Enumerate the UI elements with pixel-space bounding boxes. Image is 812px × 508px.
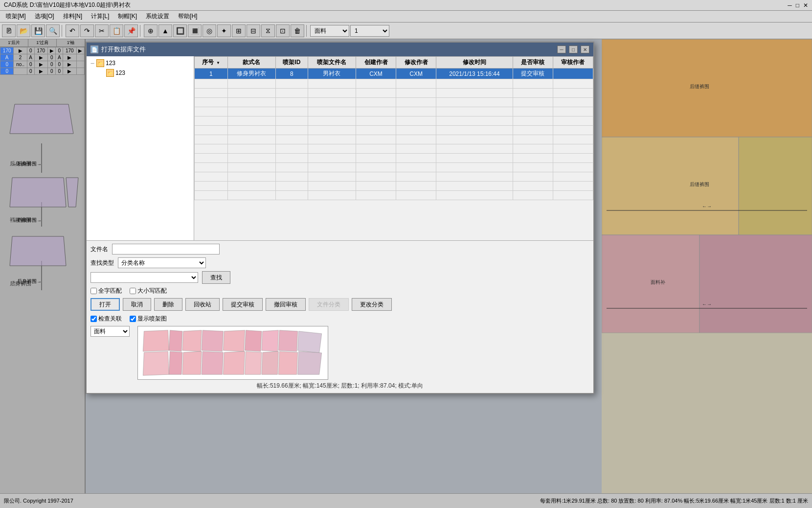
search-input-row: 查找 <box>90 271 589 284</box>
col-header-review-status[interactable]: 是否审核 <box>513 57 553 69</box>
tree-root-item[interactable]: ─ 📁 123 <box>89 58 192 68</box>
svg-marker-58 <box>298 351 322 374</box>
table-row-empty[interactable] <box>195 98 593 107</box>
col-header-creator[interactable]: 创建作者 <box>356 57 396 69</box>
table-scroll[interactable]: 序号 ▼ 款式名 喷架ID 喷架文件名 创建作者 修改作者 修改时间 是否审核 … <box>194 56 593 240</box>
open-btn[interactable]: 打开 <box>90 298 120 311</box>
full-match-text: 全字匹配 <box>98 287 122 295</box>
table-panel: 序号 ▼ 款式名 喷架ID 喷架文件名 创建作者 修改作者 修改时间 是否审核 … <box>194 56 593 240</box>
svg-marker-47 <box>262 330 278 351</box>
search-type-dropdown[interactable]: 分类名称 <box>118 257 206 268</box>
tree-expand-icon[interactable]: ─ <box>89 59 96 67</box>
case-match-checkbox[interactable] <box>130 288 136 294</box>
case-match-text: 大小写匹配 <box>137 287 167 295</box>
svg-marker-56 <box>278 351 297 374</box>
modal-overlay: 📄 打开数据库文件 ─ □ ✕ ─ 📁 123 📁 123 <box>0 0 812 508</box>
tree-root-label: 123 <box>106 60 115 67</box>
cell-seq: 1 <box>195 69 228 79</box>
table-row-empty[interactable] <box>195 182 593 191</box>
recycle-btn[interactable]: 回收站 <box>185 298 220 311</box>
buttons-row: 打开 取消 删除 回收站 提交审核 撤回审核 文件分类 更改分类 <box>90 298 589 311</box>
col-header-reviewer[interactable]: 审核作者 <box>553 57 593 69</box>
svg-marker-51 <box>182 351 202 374</box>
tree-child-item[interactable]: 📁 123 <box>98 68 192 78</box>
check-assoc-label[interactable]: 检查关联 <box>90 315 122 323</box>
check-assoc-text: 检查关联 <box>98 315 122 323</box>
show-spray-label[interactable]: 显示喷架图 <box>130 315 167 323</box>
check-row-2: 检查关联 显示喷架图 <box>90 315 589 323</box>
search-type-label: 查找类型 <box>90 259 114 267</box>
table-row-empty[interactable] <box>195 191 593 200</box>
checkbox-row: 全字匹配 大小写匹配 <box>90 287 589 295</box>
table-row[interactable]: 1 修身男衬衣 8 男衬衣 CXM CXM 2021/1/13 15:16:44… <box>195 69 593 79</box>
search-value-dropdown[interactable] <box>90 272 198 283</box>
modal-titlebar: 📄 打开数据库文件 ─ □ ✕ <box>87 43 593 56</box>
modal-close-btn[interactable]: ✕ <box>581 46 589 53</box>
svg-marker-57 <box>298 331 322 353</box>
cell-modifier: CXM <box>396 69 436 79</box>
modal-dialog: 📄 打开数据库文件 ─ □ ✕ ─ 📁 123 📁 123 <box>86 42 594 394</box>
svg-marker-45 <box>223 330 245 351</box>
search-btn[interactable]: 查找 <box>202 271 230 284</box>
svg-marker-54 <box>245 351 262 374</box>
table-row-empty[interactable] <box>195 107 593 116</box>
svg-marker-43 <box>182 330 202 351</box>
delete-btn[interactable]: 删除 <box>154 298 182 311</box>
show-spray-checkbox[interactable] <box>130 316 136 322</box>
search-row: 查找类型 分类名称 <box>90 257 589 268</box>
modal-bottom: 文件名 查找类型 分类名称 查找 全字匹配 <box>87 240 593 393</box>
col-header-spray-file[interactable]: 喷架文件名 <box>308 57 356 69</box>
svg-marker-50 <box>169 351 182 374</box>
cell-style-name: 修身男衬衣 <box>227 69 275 79</box>
full-match-label[interactable]: 全字匹配 <box>90 287 122 295</box>
fabric-type-dropdown[interactable]: 面料 <box>90 326 130 337</box>
modal-minimize-btn[interactable]: ─ <box>557 46 566 53</box>
table-row-empty[interactable] <box>195 163 593 172</box>
table-row-empty[interactable] <box>195 172 593 182</box>
submit-review-btn[interactable]: 提交审核 <box>223 298 263 311</box>
case-match-label[interactable]: 大小写匹配 <box>130 287 167 295</box>
svg-marker-52 <box>202 351 223 374</box>
tree-folder-icon: 📁 <box>96 59 104 67</box>
svg-marker-49 <box>143 351 169 375</box>
file-row: 文件名 <box>90 244 589 254</box>
cell-modify-time: 2021/1/13 15:16:44 <box>436 69 513 79</box>
info-text: 幅长:519.66厘米; 幅宽:145厘米; 层数:1; 利用率:87.04; … <box>90 382 589 390</box>
svg-marker-55 <box>262 351 278 374</box>
col-header-style[interactable]: 款式名 <box>227 57 275 69</box>
table-row-empty[interactable] <box>195 154 593 163</box>
full-match-checkbox[interactable] <box>90 288 97 294</box>
svg-marker-48 <box>278 330 297 351</box>
tree-child-expand <box>98 69 106 77</box>
cell-spray-file: 男衬衣 <box>308 69 356 79</box>
cell-creator: CXM <box>356 69 396 79</box>
table-row-empty[interactable] <box>195 144 593 154</box>
modal-icon: 📄 <box>90 46 98 53</box>
show-spray-text: 显示喷架图 <box>137 315 167 323</box>
table-row-empty[interactable] <box>195 135 593 144</box>
withdraw-review-btn[interactable]: 撤回审核 <box>266 298 306 311</box>
table-row-empty[interactable] <box>195 89 593 98</box>
sort-arrow-seq: ▼ <box>216 61 220 65</box>
cell-review-status: 提交审核 <box>513 69 553 79</box>
table-row-empty[interactable] <box>195 79 593 89</box>
preview-row: 面料 <box>90 326 589 380</box>
modal-maximize-btn[interactable]: □ <box>569 46 578 53</box>
svg-marker-46 <box>245 330 262 351</box>
col-header-spray-id[interactable]: 喷架ID <box>275 57 308 69</box>
svg-marker-42 <box>169 330 182 351</box>
col-header-modifier[interactable]: 修改作者 <box>396 57 436 69</box>
svg-marker-44 <box>202 330 223 351</box>
table-row-empty[interactable] <box>195 126 593 135</box>
check-assoc-checkbox[interactable] <box>90 316 97 322</box>
cancel-btn[interactable]: 取消 <box>123 298 151 311</box>
tree-child-folder-icon: 📁 <box>106 69 114 77</box>
file-classify-btn[interactable]: 文件分类 <box>309 298 349 311</box>
file-name-label: 文件名 <box>90 245 108 254</box>
file-name-input[interactable] <box>112 244 220 254</box>
col-header-seq[interactable]: 序号 ▼ <box>195 57 228 69</box>
col-header-modify-time[interactable]: 修改时间 <box>436 57 513 69</box>
tree-child-label: 123 <box>115 69 125 76</box>
table-row-empty[interactable] <box>195 116 593 126</box>
change-classify-btn[interactable]: 更改分类 <box>352 298 392 311</box>
